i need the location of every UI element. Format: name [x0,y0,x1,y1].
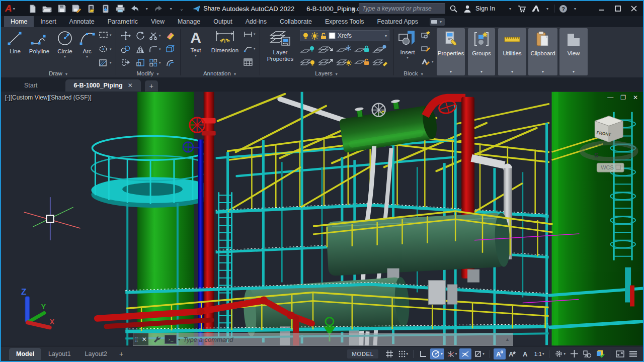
ribbon-collapse-button[interactable]: ▾ [430,18,445,26]
undo-icon[interactable] [130,4,140,14]
undo-caret-icon[interactable]: ▾ [146,7,148,11]
layer-unlock-all-button[interactable] [354,56,370,66]
panel-label-draw[interactable]: Draw ▾ [2,70,116,76]
ortho-toggle[interactable] [417,348,429,359]
panel-label-block[interactable]: Block ▾ [394,70,434,76]
scale-button[interactable] [136,58,145,67]
annotation-autoscale-toggle[interactable]: A [507,348,519,359]
ribbon-tab-featured-apps[interactable]: Featured Apps [371,16,425,27]
command-close-icon[interactable]: ✕ [142,336,147,343]
layer-change-button[interactable] [318,56,334,66]
ellipse-button[interactable]: ▾ [99,45,112,53]
ribbon-tab-addins[interactable]: Add-ins [239,16,273,27]
redo-icon[interactable] [154,4,164,14]
panel-groups-collapsed[interactable]: Groups ▾ [468,28,495,75]
help-caret-icon[interactable]: ▾ [574,7,576,11]
file-tab-document[interactable]: 6-B-1000_Piping✕ [65,79,140,92]
panel-label-layers[interactable]: Layers ▾ [261,70,393,76]
maximize-button[interactable] [611,3,625,14]
ribbon-tab-home[interactable]: Home [4,16,34,27]
autocad-app-menu-icon[interactable]: A [5,3,12,14]
autodesk-logo-icon[interactable] [531,4,541,14]
new-file-tab-button[interactable]: + [145,80,158,92]
rotate-button[interactable] [136,31,145,40]
object-snap-tracking-toggle[interactable] [459,348,471,359]
panel-label-modify[interactable]: Modify ▾ [117,70,180,76]
copy-button[interactable] [121,45,131,53]
drawing-canvas[interactable]: S FRONT WCS [1,92,643,346]
new-layout-button[interactable]: + [114,350,128,358]
panel-view-collapsed[interactable]: View ▾ [559,28,588,75]
clean-screen-button[interactable] [614,348,626,359]
close-button[interactable] [627,3,641,14]
open-folder-icon[interactable] [42,4,52,14]
ribbon-tab-manage[interactable]: Manage [171,16,207,27]
offset-button[interactable] [165,58,175,67]
ribbon-tab-parametric[interactable]: Parametric [101,16,144,27]
layer-freeze-button[interactable] [336,44,352,54]
save-as-icon[interactable] [71,4,82,14]
layer-dropdown[interactable]: Xrefs ▾ [300,30,389,41]
command-caret-icon[interactable]: ▾ [178,337,180,342]
hatch-button[interactable]: ▾ [99,59,112,67]
line-button[interactable]: Line [5,29,25,55]
circle-button[interactable]: Circle ▾ [53,29,76,59]
array-button[interactable]: ▾ [149,58,161,67]
file-tab-start[interactable]: Start [16,79,45,92]
edit-attributes-button[interactable]: ▾ [421,57,434,66]
arc-button[interactable]: Arc ▾ [77,29,97,59]
dimension-button[interactable]: Dimension [208,29,242,54]
table-button[interactable] [244,58,253,66]
isometric-drafting-toggle[interactable]: ▾ [445,348,459,359]
move-button[interactable] [121,31,131,40]
layer-lock-button[interactable] [354,44,370,54]
polar-tracking-toggle[interactable]: ▾ [430,348,444,359]
annotation-scale-value[interactable]: 1:1▾ [533,348,546,359]
command-history-icon[interactable]: ▲ [505,337,510,342]
layout-tab-model[interactable]: Model [9,348,41,360]
rectangle-button[interactable]: ▾ [99,31,112,39]
panel-clipboard-collapsed[interactable]: Clipboard ▾ [528,28,557,75]
sign-in-caret-icon[interactable]: ▾ [509,7,511,11]
viewport-minimize-icon[interactable]: — [607,95,613,101]
viewport-close-icon[interactable]: ✕ [633,95,638,101]
ribbon-tab-annotate[interactable]: Annotate [63,16,101,27]
annotation-scale-icon[interactable]: A [520,348,532,359]
command-line-grip[interactable]: ⣿ ✕ [133,333,148,345]
save-to-web-icon[interactable] [101,4,111,14]
ribbon-tab-collaborate[interactable]: Collaborate [273,16,318,27]
mirror-button[interactable] [136,45,145,54]
ribbon-tab-insert[interactable]: Insert [34,16,62,27]
erase-button[interactable] [165,31,175,40]
panel-utilities-collapsed[interactable]: Utilities ▾ [498,28,526,75]
create-block-button[interactable] [421,30,431,39]
sign-in-button[interactable]: Sign In [475,5,495,12]
layer-properties-button[interactable]: LayerProperties [264,29,297,62]
layer-thaw-button[interactable] [336,56,352,66]
layer-unisolate-button[interactable] [318,44,334,54]
new-drawing-icon[interactable] [28,4,38,14]
redo-caret-icon[interactable]: ▾ [170,7,172,11]
object-snap-toggle[interactable]: ▾ [472,348,486,359]
plot-icon[interactable] [115,4,125,14]
layer-isolate-button[interactable] [300,44,316,54]
help-icon[interactable]: ? [558,4,569,14]
layer-match-button[interactable] [372,44,388,54]
layer-on-off-button[interactable] [300,56,316,66]
crosshair-size-button[interactable] [568,348,580,359]
panel-properties-collapsed[interactable]: Properties ▾ [437,28,465,75]
search-expand-icon[interactable]: ▶ [352,6,356,11]
panel-label-annotation[interactable]: Annotation ▾ [181,70,260,76]
share-button[interactable]: Share [192,5,220,13]
autodesk-caret-icon[interactable]: ▾ [546,7,548,11]
open-from-web-icon[interactable] [86,4,96,14]
viewport-controls-label[interactable]: [-][Custom View][Shaded (GSF)] [5,94,92,101]
leader-button[interactable]: ▾ [244,45,256,52]
help-search-input[interactable] [359,4,445,14]
viewport-restore-icon[interactable]: ❐ [620,95,626,101]
text-button[interactable]: A Text ▾ [185,29,206,58]
edit-block-button[interactable] [421,44,431,52]
annotation-visibility-toggle[interactable]: A [494,348,506,359]
graphics-performance-button[interactable] [594,348,606,359]
ribbon-tab-view[interactable]: View [144,16,171,27]
